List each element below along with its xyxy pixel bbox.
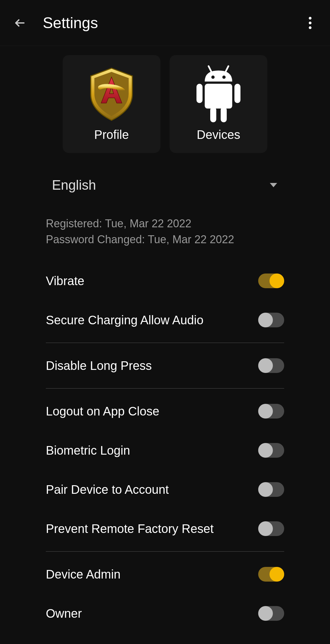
svg-point-2 [309, 21, 312, 24]
svg-point-1 [309, 17, 312, 20]
profile-card[interactable]: Profile [63, 55, 160, 153]
registered-line: Registered: Tue, Mar 22 2022 [46, 217, 284, 230]
password-changed-line: Password Changed: Tue, Mar 22 2022 [46, 233, 284, 246]
shield-logo-icon [84, 67, 139, 122]
vibrate-row: Vibrate [46, 261, 284, 300]
svg-point-6 [211, 75, 215, 79]
secure-charging-toggle[interactable] [258, 313, 284, 327]
divider [46, 551, 284, 552]
svg-rect-11 [210, 107, 216, 122]
account-info: Registered: Tue, Mar 22 2022 Password Ch… [46, 217, 284, 246]
prevent-reset-toggle[interactable] [258, 521, 284, 536]
disable-long-press-label: Disable Long Press [46, 359, 152, 373]
secure-charging-label: Secure Charging Allow Audio [46, 313, 204, 327]
biometric-toggle[interactable] [258, 443, 284, 458]
svg-point-7 [222, 75, 226, 79]
svg-rect-8 [205, 84, 232, 108]
language-dropdown[interactable]: English [46, 168, 284, 202]
secure-charging-row: Secure Charging Allow Audio [46, 300, 284, 340]
logout-on-close-toggle[interactable] [258, 404, 284, 419]
cards-row: Profile Devices [0, 46, 330, 168]
owner-row: Owner [46, 594, 284, 633]
svg-rect-10 [234, 84, 240, 103]
svg-rect-12 [221, 107, 227, 122]
divider [46, 388, 284, 389]
device-admin-label: Device Admin [46, 568, 121, 581]
back-arrow-icon[interactable] [12, 15, 28, 31]
logout-on-close-label: Logout on App Close [46, 404, 159, 418]
biometric-label: Biometric Login [46, 444, 130, 457]
pair-device-label: Pair Device to Account [46, 483, 169, 497]
disable-long-press-row: Disable Long Press [46, 346, 284, 385]
biometric-row: Biometric Login [46, 431, 284, 470]
more-vertical-icon[interactable] [302, 15, 318, 31]
device-admin-toggle[interactable] [258, 567, 284, 582]
svg-point-3 [309, 26, 312, 29]
logout-on-close-row: Logout on App Close [46, 392, 284, 431]
disable-long-press-toggle[interactable] [258, 358, 284, 373]
prevent-reset-row: Prevent Remote Factory Reset [46, 509, 284, 548]
chevron-down-icon [269, 181, 278, 190]
profile-card-label: Profile [94, 128, 129, 142]
devices-card[interactable]: Devices [170, 55, 267, 153]
owner-toggle[interactable] [258, 606, 284, 621]
vibrate-label: Vibrate [46, 274, 84, 288]
android-icon [191, 67, 246, 122]
owner-label: Owner [46, 607, 82, 620]
prevent-reset-label: Prevent Remote Factory Reset [46, 522, 214, 536]
divider [46, 343, 284, 343]
svg-rect-9 [196, 84, 203, 103]
pair-device-row: Pair Device to Account [46, 470, 284, 509]
language-selected: English [52, 177, 96, 193]
pair-device-toggle[interactable] [258, 482, 284, 497]
content: English Registered: Tue, Mar 22 2022 Pas… [0, 168, 330, 633]
devices-card-label: Devices [197, 128, 240, 142]
vibrate-toggle[interactable] [258, 274, 284, 288]
device-admin-row: Device Admin [46, 555, 284, 594]
header: Settings [0, 0, 330, 46]
page-title: Settings [43, 14, 302, 32]
